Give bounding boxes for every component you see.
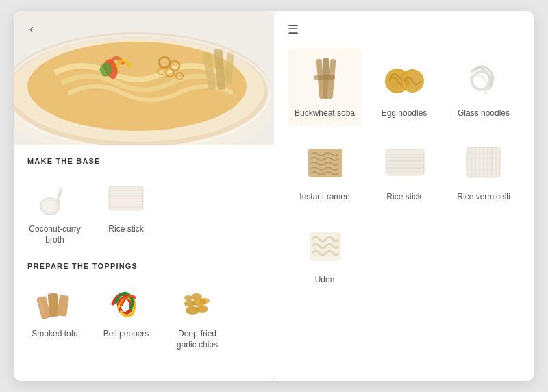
base-ingredient-row: Coconut-curry broth — [27, 176, 260, 245]
svg-point-35 — [196, 298, 200, 301]
ingredient-garlic-chips[interactable]: Deep-fried garlic chips — [170, 281, 225, 350]
buckwheat-soba-label: Buckwheat soba — [295, 108, 355, 119]
svg-point-29 — [196, 306, 208, 313]
noodle-grid: Buckwheat soba Egg noodles — [288, 48, 521, 293]
app-container: ‹ — [14, 11, 534, 381]
glass-noodles-label: Glass noodles — [458, 108, 510, 119]
svg-rect-26 — [57, 295, 69, 317]
udon-icon — [300, 221, 349, 271]
smoked-tofu-label: Smoked tofu — [32, 329, 77, 340]
back-button[interactable]: ‹ — [22, 19, 41, 38]
noodle-egg-noodles[interactable]: Egg noodles — [367, 48, 441, 126]
egg-noodles-label: Egg noodles — [382, 108, 427, 119]
svg-point-34 — [184, 295, 192, 301]
make-base-section: MAKE THE BASE Coconut-curry brot — [27, 157, 260, 245]
left-panel: ‹ — [14, 11, 274, 381]
bell-peppers-icon — [104, 281, 148, 325]
bowl-illustration — [14, 11, 274, 145]
instant-ramen-label: Instant ramen — [299, 192, 349, 203]
ingredient-rice-stick-left[interactable]: Rice stick — [99, 176, 153, 245]
right-header: ☰ — [288, 22, 521, 37]
ingredient-bell-peppers[interactable]: Bell peppers — [99, 281, 153, 350]
menu-button[interactable]: ☰ — [288, 23, 299, 36]
rice-stick-right-label: Rice stick — [386, 192, 421, 203]
make-base-title: MAKE THE BASE — [27, 157, 260, 165]
egg-noodles-icon — [379, 55, 429, 104]
rice-vermicelli-icon — [459, 138, 508, 188]
buckwheat-soba-icon — [300, 55, 349, 104]
left-content: MAKE THE BASE Coconut-curry brot — [14, 145, 274, 381]
rice-vermicelli-label: Rice vermicelli — [457, 192, 510, 203]
noodle-rice-stick[interactable]: Rice stick — [367, 132, 441, 210]
instant-ramen-icon — [300, 138, 349, 188]
rice-stick-left-icon — [104, 176, 148, 220]
coconut-curry-broth-label: Coconut-curry broth — [27, 224, 82, 245]
garlic-chips-label: Deep-fried garlic chips — [170, 329, 225, 350]
right-panel: ☰ Buckwheat soba — [274, 11, 534, 381]
coconut-curry-broth-icon — [33, 176, 77, 220]
bell-peppers-label: Bell peppers — [103, 329, 149, 340]
noodle-udon[interactable]: Udon — [288, 215, 362, 293]
bowl-image: ‹ — [14, 11, 274, 145]
prepare-toppings-title: PREPARE THE TOPPINGS — [27, 262, 260, 270]
noodle-buckwheat-soba[interactable]: Buckwheat soba — [288, 48, 362, 126]
toppings-ingredient-row: Smoked tofu B — [27, 281, 260, 350]
udon-label: Udon — [315, 275, 335, 286]
noodle-glass-noodles[interactable]: Glass noodles — [447, 48, 521, 126]
svg-point-15 — [43, 201, 57, 212]
ingredient-smoked-tofu[interactable]: Smoked tofu — [27, 281, 82, 350]
rice-stick-left-label: Rice stick — [108, 224, 143, 235]
glass-noodles-icon — [459, 55, 508, 104]
ingredient-coconut-curry-broth[interactable]: Coconut-curry broth — [27, 176, 82, 245]
noodle-instant-ramen[interactable]: Instant ramen — [288, 132, 362, 210]
prepare-toppings-section: PREPARE THE TOPPINGS — [27, 262, 260, 350]
garlic-chips-icon — [175, 281, 219, 325]
rice-stick-right-icon — [379, 138, 429, 188]
svg-point-33 — [200, 298, 210, 304]
smoked-tofu-icon — [33, 281, 77, 325]
svg-rect-39 — [314, 75, 335, 80]
noodle-rice-vermicelli[interactable]: Rice vermicelli — [447, 132, 521, 210]
